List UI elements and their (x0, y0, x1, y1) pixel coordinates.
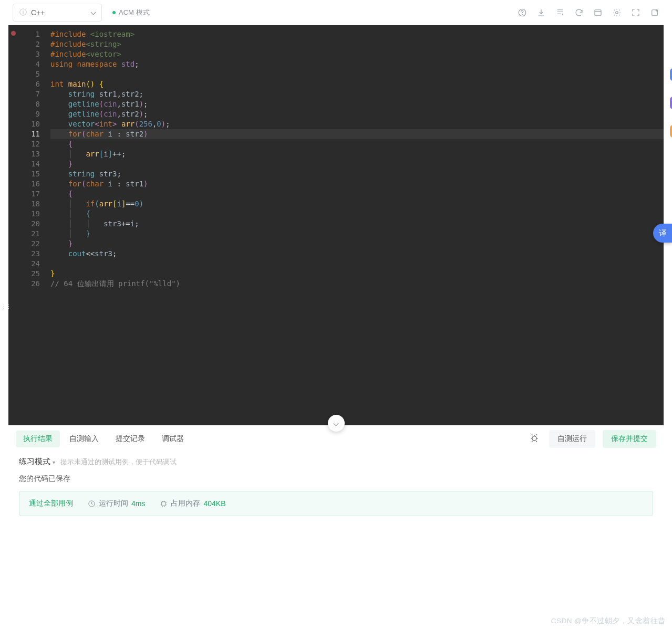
toolbar-actions (518, 8, 659, 17)
practice-mode-hint: 提示未通过的测试用例，便于代码调试 (60, 457, 177, 467)
result-tab-2[interactable]: 提交记录 (108, 431, 152, 447)
saved-message: 您的代码已保存 (19, 474, 653, 484)
translate-tab[interactable]: 译 (653, 224, 672, 243)
svg-rect-2 (595, 9, 601, 15)
code-line[interactable]: } (50, 159, 664, 169)
status-dot-icon (112, 11, 116, 14)
runtime-stat: 运行时间 4ms (88, 499, 145, 508)
language-select[interactable]: ⓘ C++ (13, 4, 102, 22)
code-line[interactable]: int main() { (50, 79, 664, 89)
pass-all-label: 通过全部用例 (29, 499, 73, 508)
code-line[interactable]: string str1,str2; (50, 89, 664, 99)
toolbar: ⓘ C++ ACM 模式 (8, 0, 664, 25)
code-line[interactable]: │ arr[i]++; (50, 149, 664, 159)
self-test-button[interactable]: 自测运行 (549, 430, 595, 448)
download-icon[interactable] (536, 8, 546, 17)
code-line[interactable]: #include<vector> (50, 49, 664, 59)
code-line[interactable]: } (50, 269, 664, 279)
help-icon[interactable] (518, 8, 527, 17)
drag-handle-icon[interactable]: ⋮⋮ (1, 303, 11, 310)
code-editor[interactable]: 1234567891011121314151617181920212223242… (8, 25, 664, 425)
clock-icon (88, 500, 96, 508)
code-line[interactable]: { (50, 139, 664, 149)
memory-stat: 占用内存 404KB (160, 499, 225, 508)
svg-point-1 (522, 14, 523, 15)
code-line[interactable]: } (50, 239, 664, 249)
code-line[interactable]: string str3; (50, 169, 664, 179)
result-body: 练习模式▾ 提示未通过的测试用例，便于代码调试 您的代码已保存 通过全部用例 运… (8, 453, 664, 527)
line-number-gutter: 1234567891011121314151617181920212223242… (17, 25, 45, 425)
code-line[interactable]: { (50, 189, 664, 199)
save-submit-button[interactable]: 保存并提交 (603, 430, 656, 448)
bug-icon[interactable] (529, 433, 540, 445)
code-line[interactable]: │ { (50, 209, 664, 219)
chevron-down-icon (91, 10, 96, 15)
code-line[interactable]: #include <iostream> (50, 29, 664, 39)
code-line[interactable]: getline(cin,str2); (50, 109, 664, 119)
code-line[interactable]: for(char i : str1) (50, 179, 664, 189)
code-line[interactable]: vector<int> arr(256,0); (50, 119, 664, 129)
layout-icon[interactable] (593, 8, 603, 17)
result-tabs: 执行结果自测输入提交记录调试器 (16, 431, 191, 447)
fullscreen-icon[interactable] (631, 8, 640, 17)
svg-rect-7 (162, 501, 166, 506)
pass-panel: 通过全部用例 运行时间 4ms 占用内存 404KB (19, 491, 653, 516)
mode-label: ACM 模式 (119, 8, 150, 17)
watermark: CSDN @争不过朝夕，又念着往昔 (551, 616, 666, 626)
breakpoint-gutter[interactable] (8, 25, 17, 425)
mode-indicator: ACM 模式 (112, 8, 150, 17)
code-line[interactable] (50, 69, 664, 79)
new-window-icon[interactable] (650, 8, 659, 17)
info-icon: ⓘ (19, 8, 27, 17)
breakpoint-marker[interactable] (11, 31, 16, 36)
result-tab-0[interactable]: 执行结果 (16, 431, 60, 447)
code-line[interactable]: for(char i : str2) (50, 129, 664, 139)
code-line[interactable] (50, 259, 664, 269)
practice-mode-row: 练习模式▾ 提示未通过的测试用例，便于代码调试 (19, 457, 653, 467)
result-tab-1[interactable]: 自测输入 (62, 431, 106, 447)
svg-point-5 (532, 436, 536, 441)
chip-icon (160, 500, 168, 508)
code-line[interactable]: │ │ str3+=i; (50, 219, 664, 229)
code-line[interactable]: getline(cin,str1); (50, 99, 664, 109)
language-label: C++ (31, 8, 45, 17)
code-content[interactable]: #include <iostream>#include<string>#incl… (45, 25, 664, 425)
refresh-icon[interactable] (574, 8, 584, 17)
code-line[interactable]: using namespace std; (50, 59, 664, 69)
practice-mode-title[interactable]: 练习模式▾ (19, 457, 55, 467)
code-line[interactable]: │ } (50, 229, 664, 239)
side-widgets (670, 68, 672, 138)
chevron-down-icon (334, 421, 339, 426)
svg-point-3 (616, 11, 618, 14)
code-line[interactable]: #include<string> (50, 39, 664, 49)
code-line[interactable]: // 64 位输出请用 printf("%lld") (50, 279, 664, 289)
code-line[interactable]: │ if(arr[i]==0) (50, 199, 664, 209)
settings-icon[interactable] (612, 8, 622, 17)
result-tab-3[interactable]: 调试器 (154, 431, 191, 447)
notes-icon[interactable] (555, 8, 565, 17)
panel-collapse-handle[interactable] (328, 415, 345, 432)
code-line[interactable]: cout<<str3; (50, 249, 664, 259)
